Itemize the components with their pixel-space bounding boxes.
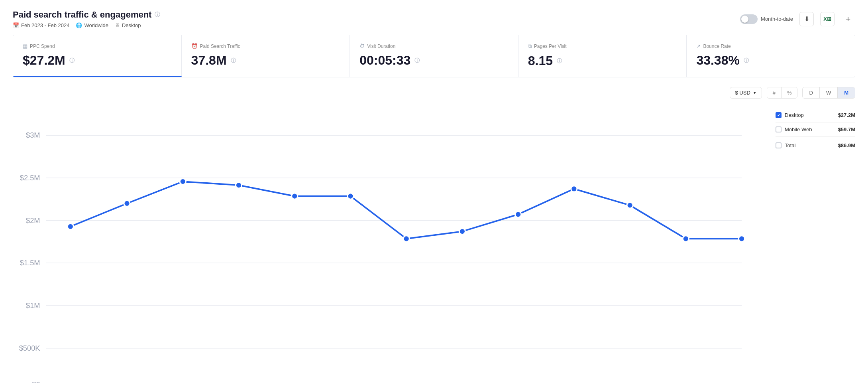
ppc-value: $27.2M — [23, 53, 65, 68]
legend-desktop: ✓ Desktop $27.2M — [776, 108, 855, 122]
percent-view-btn[interactable]: % — [781, 87, 797, 98]
visit-duration-info-icon[interactable]: ⓘ — [414, 57, 420, 64]
metric-visit-duration[interactable]: ⏱ Visit Duration 00:05:33 ⓘ — [350, 35, 518, 77]
hash-view-btn[interactable]: # — [767, 87, 781, 98]
svg-point-16 — [124, 200, 130, 206]
subtitle-row: 📅 Feb 2023 - Feb 2024 🌐 Worldwide 🖥 Desk… — [13, 22, 160, 28]
svg-text:$2.5M: $2.5M — [20, 174, 40, 182]
chart-section: $ USD ▼ # % D W M $3M — [13, 87, 855, 383]
pages-label-text: Pages Per Visit — [534, 43, 567, 49]
period-buttons: D W M — [802, 87, 855, 99]
svg-point-21 — [403, 236, 409, 242]
visit-duration-value-row: 00:05:33 ⓘ — [359, 53, 509, 68]
svg-point-15 — [67, 223, 73, 229]
view-buttons: # % — [767, 87, 798, 99]
svg-point-26 — [683, 236, 689, 242]
svg-text:$500K: $500K — [19, 344, 40, 352]
pages-value-row: 8.15 ⓘ — [528, 53, 677, 68]
device-label: Desktop — [122, 22, 141, 28]
metric-bounce-label: ↗ Bounce Rate — [696, 43, 845, 49]
metric-ppc-spend-label: ▦ PPC Spend — [23, 43, 172, 49]
total-legend-value: $86.9M — [838, 142, 855, 148]
bounce-label-text: Bounce Rate — [703, 43, 731, 49]
paid-search-value: 37.8M — [191, 53, 227, 68]
svg-text:$3M: $3M — [26, 131, 40, 139]
metric-pages-label: ⧉ Pages Per Visit — [528, 43, 677, 49]
calendar-icon: 📅 — [13, 22, 19, 28]
metric-paid-search-label: ⏰ Paid Search Traffic — [191, 43, 340, 49]
legend-desktop-left: ✓ Desktop — [776, 112, 804, 118]
paid-search-value-row: 37.8M ⓘ — [191, 53, 340, 68]
svg-point-27 — [738, 236, 744, 242]
total-checkbox[interactable] — [776, 142, 782, 148]
toggle-label: Month-to-date — [761, 16, 793, 22]
paid-search-info-icon[interactable]: ⓘ — [231, 57, 236, 64]
total-legend-label: Total — [785, 142, 795, 148]
header-left: Paid search traffic & engagement ⓘ 📅 Feb… — [13, 10, 160, 28]
clock-icon: ⏰ — [191, 43, 198, 49]
page-title: Paid search traffic & engagement — [13, 10, 151, 20]
paid-search-label-text: Paid Search Traffic — [200, 43, 240, 49]
chart-controls: $ USD ▼ # % D W M — [13, 87, 855, 99]
date-range-item: 📅 Feb 2023 - Feb 2024 — [13, 22, 69, 28]
metric-pages-per-visit[interactable]: ⧉ Pages Per Visit 8.15 ⓘ — [518, 35, 687, 77]
mobile-web-checkbox[interactable] — [776, 126, 782, 132]
chart-legend: ✓ Desktop $27.2M Mobile Web $59.7M Total — [776, 105, 855, 152]
mobile-web-legend-name: Mobile Web — [785, 126, 812, 132]
chart-wrapper: $3M $2.5M $2M $1.5M $1M $500K $0 — [13, 105, 766, 383]
ppc-info-icon[interactable]: ⓘ — [69, 57, 75, 64]
svg-text:$1M: $1M — [26, 301, 40, 310]
header-right: Month-to-date ⬇ X⊞ + — [740, 12, 855, 26]
device-item[interactable]: 🖥 Desktop — [115, 22, 141, 28]
chart-svg: $3M $2.5M $2M $1.5M $1M $500K $0 — [13, 105, 766, 383]
pages-value: 8.15 — [528, 53, 553, 68]
currency-dropdown-icon: ▼ — [753, 91, 757, 95]
metric-paid-search[interactable]: ⏰ Paid Search Traffic 37.8M ⓘ — [182, 35, 350, 77]
svg-point-22 — [459, 228, 465, 234]
excel-icon: X⊞ — [823, 16, 831, 22]
metric-ppc-spend[interactable]: ▦ PPC Spend $27.2M ⓘ — [13, 35, 182, 77]
chart-and-legend: $3M $2.5M $2M $1.5M $1M $500K $0 — [13, 105, 855, 383]
desktop-checkbox[interactable]: ✓ — [776, 112, 782, 118]
ppc-label-text: PPC Spend — [30, 43, 55, 49]
svg-point-18 — [236, 182, 242, 188]
metric-bounce-rate[interactable]: ↗ Bounce Rate 33.38% ⓘ — [687, 35, 855, 77]
currency-select[interactable]: $ USD ▼ — [730, 87, 762, 99]
desktop-legend-name: Desktop — [785, 112, 804, 118]
title-row: Paid search traffic & engagement ⓘ — [13, 10, 160, 20]
pages-info-icon[interactable]: ⓘ — [557, 57, 562, 65]
date-range-label: Feb 2023 - Feb 2024 — [21, 22, 69, 28]
svg-text:$0: $0 — [32, 380, 40, 383]
svg-text:$2M: $2M — [26, 216, 40, 225]
region-label: Worldwide — [84, 22, 108, 28]
svg-text:$1.5M: $1.5M — [20, 259, 40, 267]
legend-total-left: Total — [776, 142, 795, 148]
metric-visit-duration-label: ⏱ Visit Duration — [359, 43, 509, 49]
legend-mobile-web: Mobile Web $59.7M — [776, 122, 855, 137]
page-header: Paid search traffic & engagement ⓘ 📅 Feb… — [13, 10, 855, 28]
svg-point-25 — [627, 202, 633, 208]
svg-point-19 — [292, 193, 298, 199]
globe-icon: 🌐 — [76, 22, 82, 28]
desktop-legend-value: $27.2M — [838, 112, 855, 118]
daily-btn[interactable]: D — [803, 87, 819, 98]
ppc-icon: ▦ — [23, 43, 27, 49]
mobile-web-legend-value: $59.7M — [838, 126, 855, 132]
title-info-icon[interactable]: ⓘ — [155, 11, 160, 18]
ppc-value-row: $27.2M ⓘ — [23, 53, 172, 68]
weekly-btn[interactable]: W — [819, 87, 837, 98]
month-to-date-toggle[interactable] — [740, 14, 758, 24]
bounce-value: 33.38% — [696, 53, 740, 68]
monthly-btn[interactable]: M — [837, 87, 855, 98]
download-icon: ⬇ — [804, 15, 809, 23]
bounce-value-row: 33.38% ⓘ — [696, 53, 845, 68]
pages-icon: ⧉ — [528, 43, 532, 49]
check-mark: ✓ — [777, 113, 780, 117]
download-button[interactable]: ⬇ — [799, 12, 814, 26]
visit-duration-label-text: Visit Duration — [367, 43, 395, 49]
region-item[interactable]: 🌐 Worldwide — [76, 22, 108, 28]
add-button[interactable]: + — [841, 12, 855, 26]
currency-label: $ USD — [735, 90, 750, 96]
excel-button[interactable]: X⊞ — [820, 12, 835, 26]
bounce-info-icon[interactable]: ⓘ — [744, 57, 749, 64]
